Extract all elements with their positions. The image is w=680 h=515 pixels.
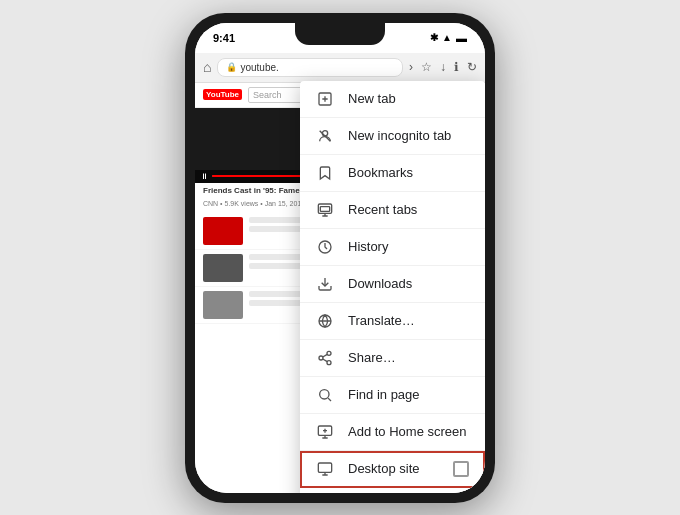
add-to-home-icon [316,424,334,440]
menu-item-add-to-home[interactable]: Add to Home screen [300,414,485,451]
bookmarks-label: Bookmarks [348,165,469,180]
translate-icon [316,313,334,329]
bookmarks-icon [316,165,334,181]
desktop-site-icon [316,461,334,477]
translate-label: Translate… [348,313,469,328]
svg-point-15 [327,360,331,364]
new-tab-icon [316,91,334,107]
dropdown-overlay: New tabNew incognito tabBookmarksRecent … [195,23,485,493]
svg-line-19 [328,398,331,401]
share-label: Share… [348,350,469,365]
history-icon [316,239,334,255]
phone-frame: 9:41 ✱ ▲ ▬ ⌂ 🔒 youtube. › ☆ ↓ ℹ ↻ [185,13,495,503]
new-tab-label: New tab [348,91,469,106]
recent-tabs-icon [316,202,334,218]
downloads-icon [316,276,334,292]
menu-item-share[interactable]: Share… [300,340,485,377]
svg-rect-25 [318,463,331,472]
svg-point-18 [320,389,329,398]
menu-item-downloads[interactable]: Downloads [300,266,485,303]
menu-item-settings[interactable]: Settings [300,488,485,493]
menu-item-translate[interactable]: Translate… [300,303,485,340]
menu-item-history[interactable]: History [300,229,485,266]
menu-item-recent-tabs[interactable]: Recent tabs [300,192,485,229]
history-label: History [348,239,469,254]
svg-line-17 [323,354,328,357]
add-to-home-label: Add to Home screen [348,424,469,439]
menu-item-new-tab[interactable]: New tab [300,81,485,118]
downloads-label: Downloads [348,276,469,291]
desktop-site-checkbox[interactable] [453,461,469,477]
recent-tabs-label: Recent tabs [348,202,469,217]
svg-rect-6 [320,206,329,211]
menu-item-new-incognito-tab[interactable]: New incognito tab [300,118,485,155]
phone-screen: 9:41 ✱ ▲ ▬ ⌂ 🔒 youtube. › ☆ ↓ ℹ ↻ [195,23,485,493]
share-icon [316,350,334,366]
find-in-page-label: Find in page [348,387,469,402]
menu-item-find-in-page[interactable]: Find in page [300,377,485,414]
find-in-page-icon [316,387,334,403]
menu-item-bookmarks[interactable]: Bookmarks [300,155,485,192]
desktop-site-label: Desktop site [348,461,439,476]
menu-item-desktop-site[interactable]: Desktop site [300,451,485,488]
svg-point-13 [327,351,331,355]
new-incognito-tab-icon [316,128,334,144]
new-incognito-tab-label: New incognito tab [348,128,469,143]
dropdown-menu: New tabNew incognito tabBookmarksRecent … [300,81,485,493]
svg-point-14 [319,356,323,360]
svg-line-4 [320,130,331,141]
svg-line-16 [323,359,328,362]
